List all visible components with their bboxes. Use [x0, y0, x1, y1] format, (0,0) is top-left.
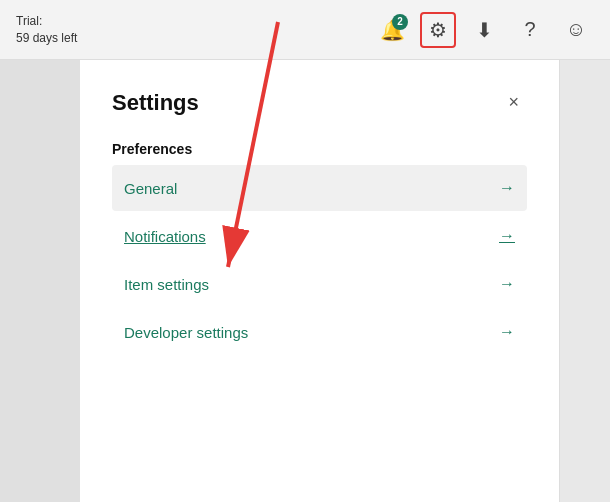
help-icon: ?: [524, 18, 535, 41]
notifications-bell-button[interactable]: 🔔 2: [374, 12, 410, 48]
download-button[interactable]: ⬇: [466, 12, 502, 48]
developer-settings-menu-item[interactable]: Developer settings →: [112, 309, 527, 355]
close-button[interactable]: ×: [500, 88, 527, 117]
notifications-menu-item[interactable]: Notifications →: [112, 213, 527, 259]
item-settings-arrow-icon: →: [499, 275, 515, 293]
notification-badge: 2: [392, 14, 408, 30]
download-icon: ⬇: [476, 18, 493, 42]
item-settings-menu-item[interactable]: Item settings →: [112, 261, 527, 307]
sidebar-strip: [0, 60, 80, 502]
settings-header: Settings ×: [112, 88, 527, 117]
item-settings-label: Item settings: [124, 276, 209, 293]
notifications-label: Notifications: [124, 228, 206, 245]
topbar-icons: 🔔 2 ⚙ ⬇ ? ☺: [374, 12, 594, 48]
feedback-button[interactable]: ☺: [558, 12, 594, 48]
help-button[interactable]: ?: [512, 12, 548, 48]
preferences-section-label: Preferences: [112, 141, 527, 157]
settings-title: Settings: [112, 90, 199, 116]
topbar: Trial: 59 days left 🔔 2 ⚙ ⬇ ? ☺: [0, 0, 610, 60]
developer-settings-label: Developer settings: [124, 324, 248, 341]
general-arrow-icon: →: [499, 179, 515, 197]
settings-gear-button[interactable]: ⚙: [420, 12, 456, 48]
general-label: General: [124, 180, 177, 197]
notifications-arrow-icon: →: [499, 227, 515, 245]
smiley-icon: ☺: [566, 18, 586, 41]
general-menu-item[interactable]: General →: [112, 165, 527, 211]
main-area: Settings × Preferences General → Notific…: [0, 60, 610, 502]
settings-panel: Settings × Preferences General → Notific…: [80, 60, 560, 502]
gear-icon: ⚙: [429, 18, 447, 42]
developer-settings-arrow-icon: →: [499, 323, 515, 341]
trial-info: Trial: 59 days left: [16, 13, 77, 47]
